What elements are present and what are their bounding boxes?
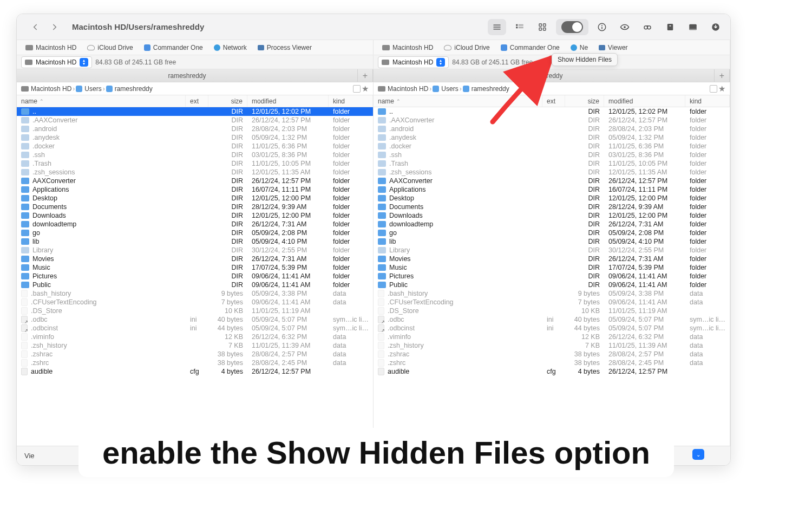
file-row[interactable]: .dockerDIR11/01/25, 6:36 PMfolder <box>374 142 730 151</box>
path-display[interactable]: Macintosh HD/Users/rameshreddy <box>72 22 204 31</box>
file-row[interactable]: DocumentsDIR28/12/24, 9:39 AMfolder <box>374 203 730 211</box>
file-row[interactable]: MusicDIR17/07/24, 5:39 PMfolder <box>17 263 373 272</box>
archive-button[interactable] <box>661 19 679 35</box>
file-row[interactable]: audiblecfg4 bytes26/12/24, 12:57 PM <box>374 367 730 376</box>
breadcrumb-segment[interactable]: rameshreddy <box>463 85 509 93</box>
file-row[interactable]: ApplicationsDIR16/07/24, 11:11 PMfolder <box>17 185 373 194</box>
file-row[interactable]: libDIR05/09/24, 4:10 PMfolder <box>374 237 730 246</box>
terminal-button[interactable] <box>684 19 702 35</box>
file-row[interactable]: ApplicationsDIR16/07/24, 11:11 PMfolder <box>374 185 730 194</box>
history-button[interactable] <box>710 85 717 93</box>
nav-back-button[interactable] <box>28 19 43 35</box>
file-row[interactable]: goDIR05/09/24, 2:08 PMfolder <box>374 229 730 237</box>
column-header-size[interactable]: size <box>565 95 604 107</box>
favorite-item[interactable]: Network <box>209 43 251 53</box>
favorite-item[interactable]: Macintosh HD <box>378 43 437 53</box>
file-row[interactable]: .androidDIR28/08/24, 2:03 PMfolder <box>17 125 373 133</box>
file-row[interactable]: .sshDIR03/01/25, 8:36 PMfolder <box>374 151 730 159</box>
preview-button[interactable] <box>615 19 634 35</box>
file-row[interactable]: .zsh_sessionsDIR12/01/25, 11:35 AMfolder <box>17 168 373 177</box>
favorite-item[interactable]: Ne <box>566 43 592 53</box>
file-row[interactable]: downloadtempDIR26/12/24, 7:31 AMfolder <box>374 220 730 229</box>
column-header-name[interactable]: name⌃ <box>374 95 542 107</box>
file-row[interactable]: .odbcinstini44 bytes05/09/24, 5:07 PMsym… <box>374 324 730 333</box>
nav-forward-button[interactable] <box>47 19 62 35</box>
drive-selector[interactable]: Macintosh HD ▴▾ <box>21 56 92 68</box>
file-row[interactable]: PicturesDIR09/06/24, 11:41 AMfolder <box>374 272 730 281</box>
file-row[interactable]: .odbcini40 bytes05/09/24, 5:07 PMsym…ic … <box>17 315 373 324</box>
show-hidden-toggle[interactable] <box>556 19 588 35</box>
file-row[interactable]: .androidDIR28/08/24, 2:03 PMfolder <box>374 125 730 133</box>
favorite-item[interactable]: iCloud Drive <box>83 43 137 53</box>
column-header-kind[interactable]: kind <box>329 95 373 107</box>
file-row[interactable]: PicturesDIR09/06/24, 11:41 AMfolder <box>17 272 373 281</box>
file-row[interactable]: PublicDIR09/06/24, 11:41 AMfolder <box>374 281 730 289</box>
breadcrumb-segment[interactable]: rameshreddy <box>106 85 153 93</box>
file-row[interactable]: .zsh_history7 KB11/01/25, 11:39 AMdata <box>374 341 730 350</box>
file-list[interactable]: ..DIR12/01/25, 12:02 PMfolder.AAXConvert… <box>17 107 373 446</box>
footer-view-button[interactable]: Vie <box>24 452 35 460</box>
file-row[interactable]: DownloadsDIR12/01/25, 12:00 PMfolder <box>17 211 373 220</box>
file-row[interactable]: .odbcini40 bytes05/09/24, 5:07 PMsym…ic … <box>374 315 730 324</box>
file-row[interactable]: .viminfo12 KB26/12/24, 6:32 PMdata <box>17 333 373 341</box>
file-row[interactable]: MusicDIR17/07/24, 5:39 PMfolder <box>374 263 730 272</box>
file-row[interactable]: .zsh_history7 KB11/01/25, 11:39 AMdata <box>17 341 373 350</box>
tab[interactable]: rameshreddy <box>17 69 358 82</box>
file-row[interactable]: .anydeskDIR05/09/24, 1:32 PMfolder <box>374 133 730 142</box>
file-row[interactable]: PublicDIR09/06/24, 11:41 AMfolder <box>17 281 373 289</box>
file-row[interactable]: .anydeskDIR05/09/24, 1:32 PMfolder <box>17 133 373 142</box>
file-row[interactable]: ..DIR12/01/25, 12:02 PMfolder <box>374 107 730 116</box>
history-button[interactable] <box>353 85 361 93</box>
file-row[interactable]: .sshDIR03/01/25, 8:36 PMfolder <box>17 151 373 159</box>
column-header-name[interactable]: name⌃ <box>17 95 186 107</box>
file-row[interactable]: .zsh_sessionsDIR12/01/25, 11:35 AMfolder <box>374 168 730 177</box>
column-header-ext[interactable]: ext <box>186 95 208 107</box>
file-row[interactable]: .dockerDIR11/01/25, 6:36 PMfolder <box>17 142 373 151</box>
file-row[interactable]: .CFUserTextEncoding7 bytes09/06/24, 11:4… <box>17 298 373 307</box>
file-row[interactable]: goDIR05/09/24, 2:08 PMfolder <box>17 229 373 237</box>
file-row[interactable]: DownloadsDIR12/01/25, 12:00 PMfolder <box>374 211 730 220</box>
queue-button[interactable] <box>706 19 725 35</box>
favorite-item[interactable]: iCloud Drive <box>440 43 494 53</box>
column-header-size[interactable]: size <box>208 95 247 107</box>
breadcrumb-segment[interactable]: Users <box>433 85 458 93</box>
file-row[interactable]: MoviesDIR26/12/24, 7:31 AMfolder <box>17 255 373 263</box>
tab-add-button[interactable]: + <box>358 69 373 82</box>
footer-dropdown-button[interactable]: ⌄ <box>692 449 704 460</box>
file-row[interactable]: AAXConverterDIR26/12/24, 12:57 PMfolder <box>374 177 730 185</box>
file-row[interactable]: .zshrac38 bytes28/08/24, 2:57 PMdata <box>374 350 730 359</box>
file-row[interactable]: AAXConverterDIR26/12/24, 12:57 PMfolder <box>17 177 373 185</box>
search-button[interactable] <box>638 19 657 35</box>
file-row[interactable]: .zshrc38 bytes28/08/24, 2:45 PMdata <box>374 359 730 367</box>
file-row[interactable]: LibraryDIR30/12/24, 2:55 PMfolder <box>17 246 373 255</box>
favorite-star-button[interactable]: ★ <box>362 84 369 94</box>
breadcrumb-segment[interactable]: Macintosh HD <box>21 85 71 93</box>
file-row[interactable]: .zshrc38 bytes28/08/24, 2:45 PMdata <box>17 359 373 367</box>
file-row[interactable]: .AAXConverterDIR26/12/24, 12:57 PMfolder <box>17 116 373 125</box>
tab-add-button[interactable]: + <box>715 69 730 82</box>
file-row[interactable]: .CFUserTextEncoding7 bytes09/06/24, 11:4… <box>374 298 730 307</box>
file-row[interactable]: libDIR05/09/24, 4:10 PMfolder <box>17 237 373 246</box>
favorite-item[interactable]: Macintosh HD <box>21 43 81 53</box>
file-row[interactable]: .DS_Store10 KB11/01/25, 11:19 AM <box>374 307 730 315</box>
favorite-star-button[interactable]: ★ <box>718 84 725 94</box>
view-columns-button[interactable] <box>510 19 529 35</box>
column-header-ext[interactable]: ext <box>542 95 565 107</box>
file-row[interactable]: audiblecfg4 bytes26/12/24, 12:57 PM <box>17 367 373 376</box>
column-header-mod[interactable]: modified <box>604 95 685 107</box>
breadcrumb-segment[interactable]: Macintosh HD <box>378 85 428 93</box>
file-row[interactable]: .DS_Store10 KB11/01/25, 11:19 AM <box>17 307 373 315</box>
file-row[interactable]: .AAXConverterDIR26/12/24, 12:57 PMfolder <box>374 116 730 125</box>
info-button[interactable] <box>593 19 611 35</box>
column-header-kind[interactable]: kind <box>685 95 730 107</box>
file-row[interactable]: .viminfo12 KB26/12/24, 6:32 PMdata <box>374 333 730 341</box>
favorite-item[interactable]: Commander One <box>496 43 564 53</box>
file-row[interactable]: .zshrac38 bytes28/08/24, 2:57 PMdata <box>17 350 373 359</box>
file-row[interactable]: ..DIR12/01/25, 12:02 PMfolder <box>17 107 373 116</box>
favorite-item[interactable]: Commander One <box>140 43 207 53</box>
column-header-mod[interactable]: modified <box>247 95 329 107</box>
file-row[interactable]: .bash_history9 bytes05/09/24, 3:38 PMdat… <box>17 289 373 298</box>
file-row[interactable]: DesktopDIR12/01/25, 12:00 PMfolder <box>374 194 730 203</box>
file-row[interactable]: .bash_history9 bytes05/09/24, 3:38 PMdat… <box>374 289 730 298</box>
breadcrumb-segment[interactable]: Users <box>76 85 101 93</box>
